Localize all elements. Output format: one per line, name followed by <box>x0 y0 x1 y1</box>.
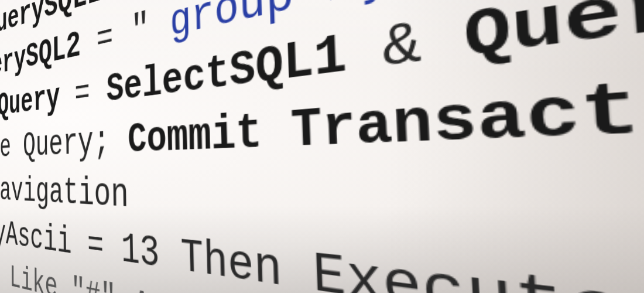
operator: = <box>74 69 107 116</box>
section-heading: Form Navigation <box>0 172 129 219</box>
operator: & <box>381 2 467 83</box>
variable-ref: QuerySQL1 <box>463 0 644 74</box>
statement: Execute Query; <box>0 118 128 168</box>
code-photograph: ...se provider, username=dbuser;Passw ..… <box>0 0 644 293</box>
